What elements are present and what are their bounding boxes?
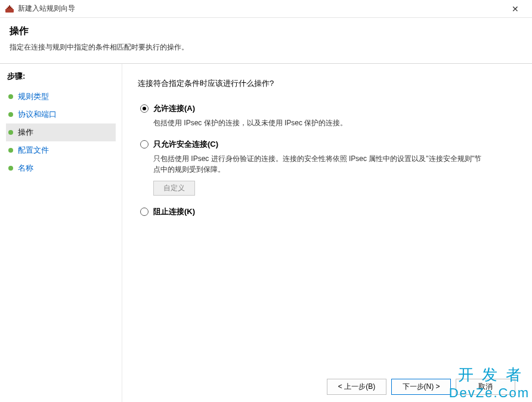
radio-label: 阻止连接(K) [153, 206, 195, 217]
action-prompt: 连接符合指定条件时应该进行什么操作? [138, 78, 514, 89]
step-label: 配置文件 [18, 145, 49, 156]
bullet-icon [8, 112, 13, 117]
steps-sidebar: 步骤: 规则类型 协议和端口 操作 配置文件 名称 [0, 64, 122, 402]
steps-title: 步骤: [6, 71, 116, 82]
step-label: 操作 [18, 127, 33, 138]
radio-description: 只包括使用 IPsec 进行身份验证的连接。连接的安全性将依照 IPsec 属性… [153, 153, 487, 175]
titlebar: 新建入站规则向导 ✕ [0, 0, 532, 18]
svg-rect-3 [9, 5, 10, 7]
bullet-icon [8, 148, 13, 153]
svg-rect-2 [8, 7, 11, 8]
radio-allow-secure-connection[interactable]: 只允许安全连接(C) 只包括使用 IPsec 进行身份验证的连接。连接的安全性将… [140, 139, 514, 196]
back-button[interactable]: < 上一步(B) [327, 379, 386, 395]
radio-label: 只允许安全连接(C) [153, 139, 218, 150]
app-icon [5, 4, 14, 14]
bullet-icon [8, 166, 13, 171]
wizard-footer: < 上一步(B) 下一步(N) > 取消 [327, 379, 515, 395]
bullet-icon [8, 130, 13, 135]
step-rule-type[interactable]: 规则类型 [6, 88, 116, 106]
radio-icon [140, 104, 149, 113]
cancel-button[interactable]: 取消 [456, 379, 515, 395]
action-radio-group: 允许连接(A) 包括使用 IPsec 保护的连接，以及未使用 IPsec 保护的… [138, 103, 514, 228]
close-button[interactable]: ✕ [503, 1, 527, 17]
window-title: 新建入站规则向导 [18, 4, 503, 14]
wizard-body: 步骤: 规则类型 协议和端口 操作 配置文件 名称 连接符合指定条件时应该进行什… [0, 64, 532, 402]
svg-rect-0 [5, 9, 14, 13]
page-title: 操作 [10, 25, 522, 38]
step-label: 规则类型 [18, 91, 49, 102]
bullet-icon [8, 94, 13, 99]
step-profile[interactable]: 配置文件 [6, 141, 116, 159]
radio-label: 允许连接(A) [153, 103, 195, 114]
radio-icon [140, 208, 149, 216]
step-protocol-port[interactable]: 协议和端口 [6, 106, 116, 123]
step-label: 协议和端口 [18, 109, 57, 120]
page-subtitle: 指定在连接与规则中指定的条件相匹配时要执行的操作。 [10, 42, 522, 52]
radio-block-connection[interactable]: 阻止连接(K) [140, 206, 514, 217]
radio-allow-connection[interactable]: 允许连接(A) 包括使用 IPsec 保护的连接，以及未使用 IPsec 保护的… [140, 103, 514, 128]
main-panel: 连接符合指定条件时应该进行什么操作? 允许连接(A) 包括使用 IPsec 保护… [122, 64, 532, 402]
step-label: 名称 [18, 163, 33, 174]
radio-icon [140, 140, 149, 149]
svg-rect-1 [7, 8, 13, 9]
wizard-header: 操作 指定在连接与规则中指定的条件相匹配时要执行的操作。 [0, 18, 532, 64]
step-name[interactable]: 名称 [6, 159, 116, 177]
customize-button: 自定义 [153, 181, 195, 196]
close-icon: ✕ [512, 4, 519, 14]
next-button[interactable]: 下一步(N) > [391, 379, 451, 395]
radio-description: 包括使用 IPsec 保护的连接，以及未使用 IPsec 保护的连接。 [153, 117, 487, 128]
step-action[interactable]: 操作 [6, 123, 116, 141]
